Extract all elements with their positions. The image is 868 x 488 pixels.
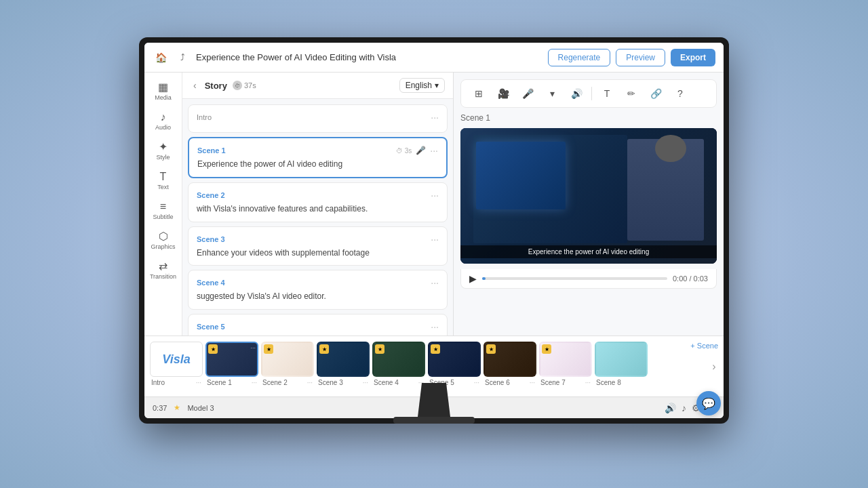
adjust-icon[interactable]: ⊞	[469, 84, 488, 103]
scene-label: Scene 3	[197, 235, 225, 243]
sidebar-label-text: Text	[157, 184, 169, 190]
sidebar-label-style: Style	[156, 154, 170, 161]
text-format-icon[interactable]: T	[597, 84, 616, 103]
story-title: Story	[205, 81, 227, 91]
link-icon[interactable]: 🔗	[646, 84, 665, 103]
scene-item-scene2[interactable]: Scene 2 ··· with Visla's innovative feat…	[188, 182, 448, 222]
back-button[interactable]: ‹	[191, 79, 199, 92]
scene-preview-label: Scene 1	[460, 113, 717, 123]
sidebar-item-text[interactable]: T Text	[147, 167, 180, 195]
timeline-more-button[interactable]: ···	[196, 379, 201, 386]
regenerate-button[interactable]: Regenerate	[548, 49, 611, 66]
timeline-scene-label: Scene 7	[540, 379, 566, 386]
play-button[interactable]: ▶	[469, 273, 477, 284]
camera-icon[interactable]: 🎥	[494, 84, 513, 103]
screen: 🏠 ⤴ Experience the Power of AI Video Edi…	[144, 43, 724, 418]
star-icon: ★	[174, 403, 180, 412]
sidebar-label-media: Media	[155, 94, 172, 101]
scene-duration: ⏱ 3s	[396, 147, 412, 155]
scene-more-button[interactable]: ···	[431, 190, 439, 201]
scene-item-scene1[interactable]: Scene 1 ⏱ 3s 🎤 ··· Experience the power …	[188, 137, 448, 178]
sidebar-label-graphics: Graphics	[151, 243, 175, 250]
scene-item-header: Scene 4 ···	[197, 277, 439, 288]
video-preview: Experience the power of AI video editing	[460, 128, 717, 264]
chat-button[interactable]: 💬	[696, 391, 721, 415]
timeline-more-button[interactable]: ···	[530, 379, 535, 386]
timeline-thumb-4: ★	[372, 342, 425, 377]
language-selector[interactable]: English ▾	[399, 78, 445, 93]
scene-item-scene3[interactable]: Scene 3 ··· Enhance your videos with sup…	[188, 226, 448, 266]
sidebar-item-media[interactable]: ▦ Media	[147, 78, 180, 105]
header-actions: Regenerate Preview Export	[548, 49, 715, 66]
add-scene-button[interactable]: + Scene	[690, 342, 718, 350]
left-sidebar: ▦ Media ♪ Audio ✦ Style T Text ≡ Subti	[144, 73, 182, 336]
sidebar-item-subtitle[interactable]: ≡ Subtitle	[147, 197, 180, 224]
scene-item-scene4[interactable]: Scene 4 ··· suggested by Visla's AI vide…	[188, 270, 448, 310]
volume-control-icon[interactable]: 🔊	[665, 403, 676, 413]
scene-more-button[interactable]: ···	[431, 112, 439, 123]
preview-toolbar: ⊞ 🎥 🎤 ▾ 🔊 T ✏ 🔗 ?	[460, 79, 717, 108]
audio-time: 0:37	[153, 404, 167, 412]
scene-item-header: Scene 3 ···	[197, 234, 439, 245]
sidebar-label-subtitle: Subtitle	[153, 214, 173, 220]
volume-icon[interactable]: 🔊	[567, 84, 586, 103]
scene-meta: ···	[431, 112, 439, 123]
scene-text: suggested by Visla's AI video editor.	[197, 291, 439, 302]
timeline-more-button[interactable]: ···	[252, 379, 257, 386]
premium-badge: ★	[208, 344, 218, 354]
music-icon[interactable]: ♪	[682, 403, 686, 413]
timeline-thumb-7: ★	[539, 342, 592, 377]
timeline-scene-7[interactable]: ★ Scene 7 ···	[539, 342, 592, 396]
timeline-thumb-8	[595, 342, 648, 377]
progress-bar[interactable]	[482, 277, 667, 280]
timeline-scene-label: Scene 6	[485, 379, 510, 386]
premium-badge: ★	[319, 344, 329, 354]
timeline-more-button[interactable]: ···	[585, 379, 591, 386]
timeline-scene-6[interactable]: ★ Scene 6 ···	[484, 342, 536, 396]
style-icon: ✦	[159, 142, 167, 152]
timeline-scene-2[interactable]: ★ Scene 2 ···	[261, 342, 314, 396]
scene-item-header: Scene 1 ⏱ 3s 🎤 ···	[197, 145, 438, 156]
export-button[interactable]: Export	[671, 49, 715, 66]
visla-logo: Visla	[162, 352, 190, 367]
scene-more-button[interactable]: ···	[431, 234, 439, 245]
timeline-thumb-6: ★	[484, 342, 536, 377]
scene-text: with Visla's innovative features and cap…	[197, 203, 439, 215]
timeline-scene-1[interactable]: ★ ··· Scene 1 ···	[205, 342, 258, 396]
edit-icon[interactable]: ✏	[622, 84, 641, 103]
scene-label: Scene 5	[197, 323, 225, 331]
timeline-scene-label: Scene 3	[318, 379, 343, 386]
timeline-more-button[interactable]: ···	[363, 379, 368, 386]
sidebar-item-audio[interactable]: ♪ Audio	[147, 108, 180, 135]
sidebar-label-transition: Transition	[150, 273, 176, 280]
scene-more-button[interactable]: ···	[430, 145, 438, 156]
scene-item-intro[interactable]: Intro ···	[188, 104, 448, 133]
sidebar-item-transition[interactable]: ⇄ Transition	[147, 257, 180, 284]
timeline-scene-8[interactable]: Scene 8	[595, 342, 648, 396]
share-icon[interactable]: ⤴	[176, 51, 189, 64]
scene-more-button[interactable]: ···	[431, 321, 439, 332]
chevron-down-icon[interactable]: ▾	[542, 84, 561, 103]
home-icon[interactable]: 🏠	[153, 49, 169, 66]
timeline-scene-3[interactable]: ★ Scene 3 ···	[317, 342, 370, 396]
monitor-base	[393, 417, 475, 424]
preview-button[interactable]: Preview	[616, 49, 665, 66]
scene-label: Intro	[197, 113, 212, 121]
microphone-icon[interactable]: 🎤	[518, 84, 537, 103]
timeline-more-button[interactable]: ···	[307, 379, 313, 386]
premium-badge: ★	[375, 344, 384, 354]
subtitle-icon: ≡	[160, 201, 166, 212]
premium-badge: ★	[486, 344, 496, 354]
premium-badge: ★	[264, 344, 273, 354]
timeline-scene-intro[interactable]: Visla Intro ···	[150, 342, 203, 396]
monitor-stand	[414, 383, 454, 417]
sidebar-item-style[interactable]: ✦ Style	[147, 138, 180, 165]
sidebar-item-graphics[interactable]: ⬡ Graphics	[147, 227, 180, 254]
scene-item-scene5[interactable]: Scene 5 ···	[188, 314, 448, 336]
help-icon[interactable]: ?	[671, 84, 690, 103]
timeline-scene-label: Intro	[151, 379, 165, 386]
scene-label: Scene 1	[197, 146, 226, 155]
audio-model-label: Model 3	[187, 404, 214, 412]
premium-badge: ★	[431, 344, 440, 354]
scene-more-button[interactable]: ···	[431, 277, 439, 288]
